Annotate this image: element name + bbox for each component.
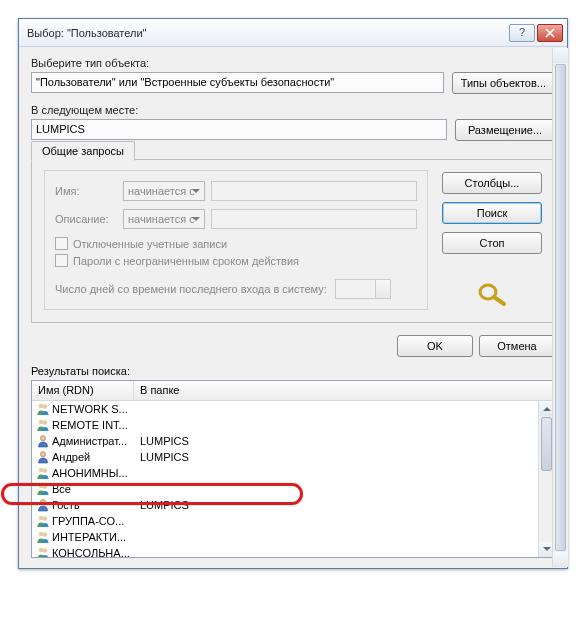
svg-point-12 xyxy=(43,484,47,488)
list-item[interactable]: ГРУППА-СО... xyxy=(32,513,538,529)
group-icon xyxy=(36,402,52,416)
svg-point-10 xyxy=(43,468,47,472)
days-since-logon-stepper[interactable] xyxy=(335,279,391,299)
row-name: ИНТЕРАКТИ... xyxy=(52,531,134,543)
svg-point-3 xyxy=(39,404,43,408)
row-name: КОНСОЛЬНА... xyxy=(52,547,134,557)
object-type-field: "Пользователи" или "Встроенные субъекты … xyxy=(31,72,444,93)
svg-point-9 xyxy=(39,468,43,472)
row-folder: LUMPICS xyxy=(134,451,189,463)
svg-point-16 xyxy=(39,532,43,536)
user-icon xyxy=(36,498,52,512)
svg-point-13 xyxy=(40,500,45,505)
window-scrollbar[interactable] xyxy=(552,48,568,567)
desc-filter-label: Описание: xyxy=(55,213,117,225)
list-item[interactable]: Администрат...LUMPICS xyxy=(32,433,538,449)
find-now-button[interactable]: Поиск xyxy=(442,202,542,224)
row-name: Администрат... xyxy=(52,435,134,447)
name-filter-label: Имя: xyxy=(55,185,117,197)
svg-point-18 xyxy=(39,548,43,552)
search-results-label: Результаты поиска: xyxy=(31,365,555,377)
tab-common-queries[interactable]: Общие запросы xyxy=(31,141,135,161)
list-item[interactable]: REMOTE INT... xyxy=(32,417,538,433)
list-item[interactable]: АНОНИМНЫ... xyxy=(32,465,538,481)
window-title: Выбор: "Пользователи" xyxy=(27,27,507,39)
cancel-button[interactable]: Отмена xyxy=(479,335,555,357)
name-match-select[interactable]: начинается с xyxy=(123,181,205,201)
help-button[interactable]: ? xyxy=(509,24,535,42)
columns-button[interactable]: Столбцы... xyxy=(442,172,542,194)
object-type-label: Выберите тип объекта: xyxy=(31,57,555,69)
list-item[interactable]: Все xyxy=(32,481,538,497)
group-icon xyxy=(36,466,52,480)
row-name: ГРУППА-СО... xyxy=(52,515,134,527)
svg-point-2 xyxy=(484,289,492,296)
svg-point-5 xyxy=(39,420,43,424)
column-folder[interactable]: В папке xyxy=(134,381,554,400)
list-item[interactable]: ИНТЕРАКТИ... xyxy=(32,529,538,545)
group-icon xyxy=(36,418,52,432)
svg-point-19 xyxy=(43,548,47,552)
group-icon xyxy=(36,482,52,496)
group-icon xyxy=(36,514,52,528)
column-name[interactable]: Имя (RDN) xyxy=(32,381,134,400)
object-types-button[interactable]: Типы объектов... xyxy=(452,72,555,94)
row-name: REMOTE INT... xyxy=(52,419,134,431)
svg-point-11 xyxy=(39,484,43,488)
desc-match-select[interactable]: начинается с xyxy=(123,209,205,229)
list-header: Имя (RDN) В папке xyxy=(32,381,554,401)
location-label: В следующем месте: xyxy=(31,104,555,116)
close-button[interactable] xyxy=(537,24,563,42)
stop-button[interactable]: Стоп xyxy=(442,232,542,254)
svg-point-4 xyxy=(43,404,47,408)
common-queries-frame: Общие запросы Имя: начинается с Описание… xyxy=(31,159,555,323)
row-name: Гость xyxy=(52,499,134,511)
locations-button[interactable]: Размещение... xyxy=(455,119,555,141)
svg-point-15 xyxy=(43,516,47,520)
row-name: Андрей xyxy=(52,451,134,463)
nonexpiring-pw-label: Пароли с неограниченным сроком действия xyxy=(73,255,299,267)
common-queries-panel: Имя: начинается с Описание: начинается с… xyxy=(44,170,428,310)
svg-point-14 xyxy=(39,516,43,520)
list-item[interactable]: АндрейLUMPICS xyxy=(32,449,538,465)
list-item[interactable]: КОНСОЛЬНА... xyxy=(32,545,538,557)
svg-text:?: ? xyxy=(519,28,525,38)
svg-point-7 xyxy=(40,436,45,441)
days-since-logon-label: Число дней со времени последнего входа в… xyxy=(55,283,327,295)
dialog-window: Выбор: "Пользователи" ? Выберите тип объ… xyxy=(18,18,568,569)
row-name: NETWORK S... xyxy=(52,403,134,415)
disabled-accounts-label: Отключенные учетные записи xyxy=(73,238,227,250)
svg-point-17 xyxy=(43,532,47,536)
disabled-accounts-checkbox[interactable] xyxy=(55,237,68,250)
group-icon xyxy=(36,546,52,557)
group-icon xyxy=(36,530,52,544)
row-folder: LUMPICS xyxy=(134,435,189,447)
svg-point-8 xyxy=(40,452,45,457)
nonexpiring-pw-checkbox[interactable] xyxy=(55,254,68,267)
list-item[interactable]: ГостьLUMPICS xyxy=(32,497,538,513)
svg-point-6 xyxy=(43,420,47,424)
row-name: Все xyxy=(52,483,134,495)
user-icon xyxy=(36,434,52,448)
scroll-thumb[interactable] xyxy=(541,417,552,471)
search-icon xyxy=(474,280,510,310)
row-folder: LUMPICS xyxy=(134,499,189,511)
name-filter-input[interactable] xyxy=(211,181,417,201)
row-name: АНОНИМНЫ... xyxy=(52,467,134,479)
desc-filter-input[interactable] xyxy=(211,209,417,229)
search-results-list[interactable]: Имя (RDN) В папке NETWORK S...REMOTE INT… xyxy=(31,380,555,558)
location-field: LUMPICS xyxy=(31,119,447,140)
ok-button[interactable]: OK xyxy=(397,335,473,357)
list-item[interactable]: NETWORK S... xyxy=(32,401,538,417)
titlebar: Выбор: "Пользователи" ? xyxy=(19,19,567,47)
user-icon xyxy=(36,450,52,464)
